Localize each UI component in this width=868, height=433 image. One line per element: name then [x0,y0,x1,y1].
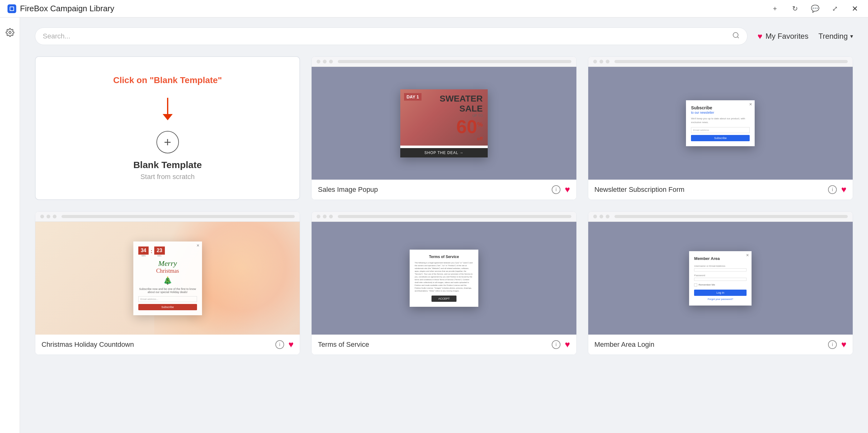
svg-marker-5 [163,114,173,120]
plus-icon: + [156,131,179,153]
card-browser-bar-christmas [35,211,300,222]
sales-card-footer: Sales Image Popup i ♥ [312,180,576,200]
card-browser-bar-tos [312,211,576,222]
browser-dot-3 [329,60,333,63]
refresh-icon[interactable]: ↻ [789,3,801,15]
card-browser-bar-member [588,211,853,222]
info-icon-member[interactable]: i [828,340,837,349]
browser-address-bar [338,215,571,218]
browser-dot-3 [53,214,57,219]
browser-dot-2 [46,214,50,219]
search-bar[interactable] [35,28,747,45]
favorite-heart-icon[interactable]: ♥ [565,185,570,195]
member-card-name: Member Area Login [594,341,654,349]
newsletter-popup: ✕ Subscribe to our newsletter We'll keep… [686,100,755,146]
sales-card-name: Sales Image Popup [318,185,378,194]
app-icon [7,4,16,13]
favorites-button[interactable]: ♥ My Favorites [757,32,808,41]
template-card-tos[interactable]: Terms of Service The following is a lega… [311,211,577,355]
browser-dot-3 [329,214,333,219]
titlebar: FireBox Campaign Library + ↻ 💬 ⤢ ✕ [0,0,868,18]
search-icon [732,32,740,41]
main-layout: ♥ My Favorites Trending ▾ Click on "Blan… [0,18,868,433]
search-input[interactable] [43,32,728,40]
titlebar-right: + ↻ 💬 ⤢ ✕ [769,3,861,15]
heart-icon: ♥ [757,32,762,41]
card-actions-tos: i ♥ [552,340,570,350]
christmas-popup: ✕ 34 MIN : 23 SEC Merry [133,241,202,315]
info-icon[interactable]: i [552,185,560,194]
browser-dot-1 [317,60,320,63]
card-browser-bar-newsletter [588,57,853,67]
favorite-heart-icon-tos[interactable]: ♥ [565,340,570,350]
browser-dot-1 [593,60,597,63]
sidebar [0,18,20,433]
card-actions-christmas: i ♥ [275,340,294,350]
close-icon[interactable]: ✕ [849,3,861,15]
member-popup-preview: ✕ Member Area Username or Email Address … [588,222,853,335]
browser-dot-3 [606,214,610,219]
favorite-heart-icon-newsletter[interactable]: ♥ [841,185,846,195]
info-icon-newsletter[interactable]: i [828,185,837,194]
card-actions: i ♥ [552,185,570,195]
blank-template-instruction: Click on "Blank Template" [113,75,222,85]
browser-dot-3 [606,60,610,63]
card-actions-newsletter: i ♥ [828,185,846,195]
cards-grid: Click on "Blank Template" + Blank Templa… [35,56,853,355]
favorite-heart-icon-christmas[interactable]: ♥ [288,340,294,350]
browser-dot-1 [317,214,320,219]
sweater-popup: DAY 1 SWEATERSALE UP TO 60% off SHOP THE… [400,89,488,157]
content: ♥ My Favorites Trending ▾ Click on "Blan… [20,18,868,433]
member-card-footer: Member Area Login i ♥ [588,335,853,354]
christmas-popup-preview: ✕ 34 MIN : 23 SEC Merry [35,222,300,335]
template-card-member[interactable]: ✕ Member Area Username or Email Address … [588,211,853,355]
browser-address-bar [338,60,571,63]
app-title: FireBox Campaign Library [20,4,114,13]
newsletter-popup-preview: ✕ Subscribe to our newsletter We'll keep… [588,67,853,180]
settings-icon[interactable] [2,25,18,40]
tos-popup: Terms of Service The following is a lega… [410,250,478,307]
newsletter-card-name: Newsletter Subscription Form [594,185,685,194]
tos-card-name: Terms of Service [318,341,369,349]
christmas-card-footer: Christmas Holiday Countdown i ♥ [35,335,300,354]
tos-popup-preview: Terms of Service The following is a lega… [312,222,576,335]
browser-address-bar [615,215,848,218]
browser-address-bar [615,60,848,63]
card-actions-member: i ♥ [828,340,846,350]
trending-label: Trending [818,32,848,40]
chat-icon[interactable]: 💬 [809,3,820,15]
template-card-christmas[interactable]: ✕ 34 MIN : 23 SEC Merry [35,211,300,355]
blank-template-card[interactable]: Click on "Blank Template" + Blank Templa… [35,56,300,200]
sales-popup-preview: DAY 1 SWEATERSALE UP TO 60% off SHOP THE… [312,67,576,180]
card-browser-bar [312,57,576,67]
browser-dot-2 [599,60,603,63]
browser-dot-1 [593,214,597,219]
browser-dot-2 [323,214,327,219]
christmas-card-name: Christmas Holiday Countdown [41,341,134,349]
browser-dot-2 [599,214,603,219]
template-card-newsletter[interactable]: ✕ Subscribe to our newsletter We'll keep… [588,56,853,200]
blank-template-title: Blank Template [133,160,202,170]
chevron-down-icon: ▾ [850,33,853,40]
svg-point-2 [9,32,11,34]
add-icon[interactable]: + [769,3,781,15]
blank-template-subtitle: Start from scratch [141,173,195,181]
svg-point-3 [733,32,738,37]
svg-rect-1 [10,7,13,10]
resize-icon[interactable]: ⤢ [829,3,840,15]
trending-button[interactable]: Trending ▾ [818,32,853,40]
info-icon-tos[interactable]: i [552,340,560,349]
favorite-heart-icon-member[interactable]: ♥ [841,340,846,350]
browser-dot-1 [40,214,44,219]
newsletter-card-footer: Newsletter Subscription Form i ♥ [588,180,853,200]
tos-card-footer: Terms of Service i ♥ [312,335,576,354]
template-card-sales[interactable]: DAY 1 SWEATERSALE UP TO 60% off SHOP THE… [311,56,577,200]
browser-address-bar [62,215,295,218]
topbar: ♥ My Favorites Trending ▾ [35,28,853,45]
browser-dot-2 [323,60,327,63]
member-popup: ✕ Member Area Username or Email Address … [689,251,751,306]
topbar-right: ♥ My Favorites Trending ▾ [757,32,853,41]
info-icon-christmas[interactable]: i [275,340,284,349]
titlebar-left: FireBox Campaign Library [7,4,114,13]
favorites-label: My Favorites [766,32,808,40]
